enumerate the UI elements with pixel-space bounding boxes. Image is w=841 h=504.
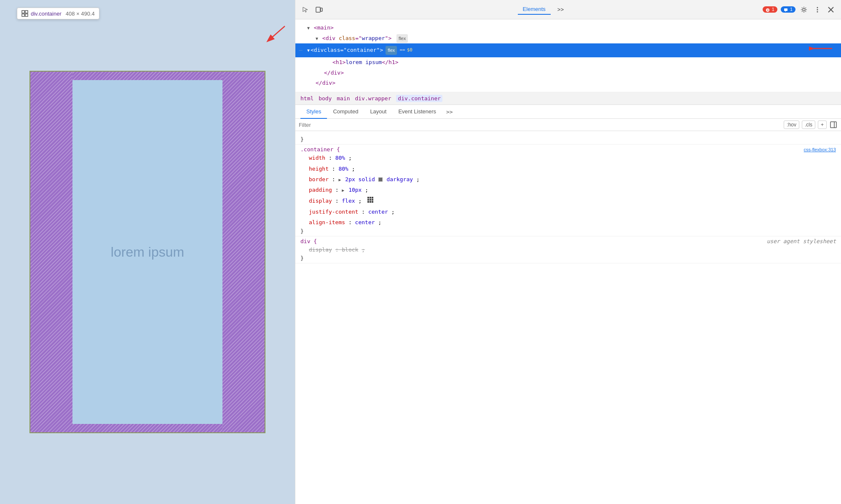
css-selector-container: .container { css-flexbox:313 — [300, 146, 836, 153]
svg-point-12 — [803, 8, 805, 11]
prop-val-display[interactable]: flex — [342, 198, 355, 204]
tab-styles[interactable]: Styles — [300, 105, 327, 119]
border-expand-icon[interactable]: ▶ — [338, 177, 341, 182]
svg-rect-10 — [784, 8, 787, 11]
toggle-sidebar-icon[interactable] — [829, 121, 838, 129]
css-prop-justify-content: justify-content : center ; — [300, 206, 836, 217]
prop-name-display-ua[interactable]: display — [309, 247, 332, 253]
dom-tree: ▼ <main> ▼ <div class="wrapper"> flex ··… — [295, 19, 841, 92]
css-close-brace-div: } — [300, 255, 836, 261]
more-icon[interactable] — [812, 5, 822, 15]
selector-text-div[interactable]: div { — [300, 238, 317, 244]
svg-rect-7 — [321, 8, 322, 11]
devtools-top-tabs: Elements >> — [327, 4, 759, 15]
svg-text:✕: ✕ — [766, 8, 769, 12]
tab-elements[interactable]: Elements — [518, 4, 551, 15]
svg-rect-26 — [370, 199, 371, 201]
svg-rect-23 — [370, 197, 371, 198]
css-close-brace-container: } — [300, 228, 836, 234]
css-prop-border: border : ▶ 2px solid darkgray ; — [300, 174, 836, 185]
prop-val-border[interactable]: 2px solid — [345, 176, 378, 182]
comment-badge: 1 — [781, 6, 795, 12]
red-arrow-2 — [809, 43, 834, 54]
filter-actions: :hov .cls + — [784, 121, 838, 129]
svg-rect-27 — [372, 199, 373, 201]
red-arrow-1 — [260, 22, 293, 47]
svg-point-15 — [817, 11, 818, 12]
breadcrumb-container[interactable]: div.container — [396, 95, 442, 102]
dom-line-h1[interactable]: <h1>lorem ipsum</h1> — [295, 57, 841, 68]
hov-button[interactable]: :hov — [784, 121, 799, 129]
svg-rect-0 — [22, 11, 24, 13]
svg-rect-3 — [25, 14, 28, 16]
svg-rect-20 — [830, 122, 836, 128]
dom-line-main[interactable]: ▼ <main> — [295, 23, 841, 33]
tab-more[interactable]: >> — [552, 5, 569, 14]
breadcrumb-html[interactable]: html — [300, 95, 313, 102]
prop-val-align[interactable]: center — [355, 219, 375, 225]
devtools-toolbar: Elements >> ✕ 1 1 — [295, 0, 841, 19]
settings-icon[interactable] — [799, 5, 809, 15]
dom-line-div-close[interactable]: </div> — [295, 68, 841, 78]
color-swatch-darkgray[interactable] — [378, 177, 383, 182]
svg-rect-6 — [316, 7, 320, 12]
css-close-brace-top: } — [300, 136, 836, 142]
selector-text[interactable]: .container { — [300, 146, 340, 153]
lorem-ipsum-text: lorem ipsum — [111, 244, 184, 260]
prop-val-justify[interactable]: center — [368, 209, 388, 215]
prop-val-border-color[interactable]: darkgray — [386, 176, 413, 182]
prop-name-height[interactable]: height — [309, 166, 329, 172]
tab-layout[interactable]: Layout — [364, 105, 392, 119]
prop-val-padding[interactable]: 10px — [348, 187, 362, 193]
tab-computed[interactable]: Computed — [327, 105, 364, 119]
padding-expand-icon[interactable]: ▶ — [342, 188, 344, 193]
prop-val-display-ua[interactable]: block — [342, 247, 358, 253]
svg-rect-24 — [372, 197, 373, 198]
prop-name-justify[interactable]: justify-content — [309, 209, 358, 215]
element-tooltip: div.container 408 × 490.4 — [17, 8, 99, 19]
tab-event-listeners[interactable]: Event Listeners — [392, 105, 442, 119]
prop-name-width[interactable]: width — [309, 155, 325, 161]
svg-rect-28 — [367, 201, 369, 203]
css-rule-div: div { user agent stylesheet display : bl… — [295, 236, 841, 263]
element-icon — [21, 10, 28, 17]
dom-line-wrapper-close[interactable]: </div> — [295, 78, 841, 88]
svg-point-14 — [817, 9, 818, 10]
add-style-button[interactable]: + — [818, 121, 827, 129]
panel-tabs: Styles Computed Layout Event Listeners >… — [295, 105, 841, 119]
svg-rect-30 — [372, 201, 373, 203]
prop-name-align[interactable]: align-items — [309, 219, 345, 225]
cls-button[interactable]: .cls — [802, 121, 815, 129]
tooltip-size: 408 × 490.4 — [66, 11, 95, 17]
svg-rect-25 — [367, 199, 369, 201]
prop-val-height[interactable]: 80% — [338, 166, 348, 172]
prop-name-padding[interactable]: padding — [309, 187, 332, 193]
css-rule-partial: } — [295, 134, 841, 145]
prop-name-display[interactable]: display — [309, 198, 332, 204]
close-icon[interactable] — [826, 5, 836, 15]
svg-rect-29 — [370, 201, 371, 203]
flex-grid-icon[interactable] — [367, 196, 373, 206]
css-prop-align-items: align-items : center ; — [300, 217, 836, 228]
svg-rect-1 — [25, 11, 28, 13]
device-icon[interactable] — [314, 5, 324, 15]
breadcrumb-wrapper[interactable]: div.wrapper — [355, 95, 391, 102]
prop-val-width[interactable]: 80% — [335, 155, 345, 161]
css-prop-display-ua: display : block ; — [300, 244, 836, 255]
devtools-panel: Elements >> ✕ 1 1 — [295, 0, 841, 504]
dom-line-wrapper[interactable]: ▼ <div class="wrapper"> flex — [295, 33, 841, 44]
css-source-useragent: user agent stylesheet — [767, 238, 836, 244]
prop-name-border[interactable]: border — [309, 176, 329, 182]
svg-rect-2 — [22, 14, 24, 16]
hatch-bottom — [72, 424, 222, 432]
inspect-icon[interactable] — [300, 5, 311, 15]
dom-line-container[interactable]: ··· ▼ <div class="container"> flex == $0 — [295, 43, 841, 57]
breadcrumb-main[interactable]: main — [337, 95, 350, 102]
breadcrumb-body[interactable]: body — [319, 95, 332, 102]
tab-more-panel[interactable]: >> — [442, 105, 457, 118]
filter-input[interactable] — [299, 122, 780, 128]
css-source-link[interactable]: css-flexbox:313 — [804, 147, 836, 152]
breadcrumb: html body main div.wrapper div.container — [295, 92, 841, 105]
svg-point-13 — [817, 7, 818, 8]
css-prop-height: height : 80% ; — [300, 164, 836, 174]
